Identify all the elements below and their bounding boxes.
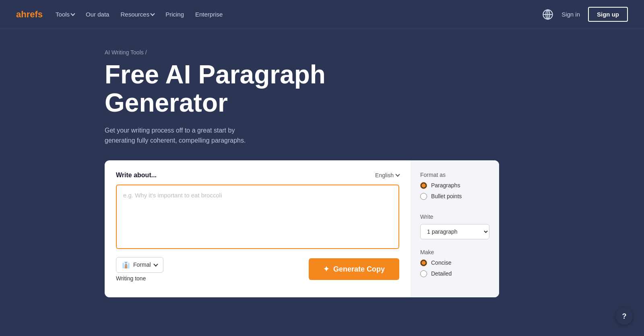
signin-link[interactable]: Sign in — [561, 11, 580, 18]
make-concise-label: Concise — [431, 259, 452, 266]
logo-accent: a — [16, 9, 21, 19]
tool-header: Write about... English — [116, 172, 399, 179]
nav-pricing[interactable]: Pricing — [165, 11, 184, 18]
tool-footer: 👔 Formal Writing tone ✦ Generate Copy — [116, 257, 399, 282]
make-group: Make Concise Detailed — [420, 249, 489, 281]
nav-links: Tools Our data Resources Pricing Enterpr… — [56, 11, 542, 18]
signup-button[interactable]: Sign up — [588, 7, 628, 22]
navbar: ahrefs Tools Our data Resources Pricing … — [0, 0, 644, 29]
write-about-label: Write about... — [116, 172, 157, 179]
hero-section: AI Writing Tools / Free AI Paragraph Gen… — [0, 29, 644, 313]
generate-label: Generate Copy — [333, 265, 385, 274]
tool-main: Write about... English 👔 Formal Writing … — [105, 160, 411, 297]
writing-tone-hint: Writing tone — [116, 275, 163, 282]
language-selector[interactable]: English — [375, 172, 399, 178]
nav-right: Sign in Sign up — [542, 7, 628, 22]
format-bullets-radio[interactable] — [420, 193, 427, 200]
page-title: Free AI Paragraph Generator — [105, 60, 386, 117]
format-paragraphs-radio[interactable] — [420, 182, 427, 189]
sparkle-icon: ✦ — [323, 265, 329, 274]
breadcrumb: AI Writing Tools / — [105, 49, 628, 56]
tone-label: Formal — [133, 261, 151, 268]
format-paragraphs[interactable]: Paragraphs — [420, 182, 489, 189]
format-group: Format as Paragraphs Bullet points — [420, 172, 489, 204]
nav-tools[interactable]: Tools — [56, 11, 74, 18]
generate-button[interactable]: ✦ Generate Copy — [309, 258, 399, 280]
format-paragraphs-label: Paragraphs — [431, 182, 460, 189]
tone-button[interactable]: 👔 Formal — [116, 257, 163, 273]
write-label: Write — [420, 214, 489, 220]
format-bullets-label: Bullet points — [431, 193, 462, 199]
tone-chevron-icon — [153, 262, 158, 266]
format-bullets[interactable]: Bullet points — [420, 193, 489, 200]
tool-card: Write about... English 👔 Formal Writing … — [105, 160, 499, 297]
make-concise-radio[interactable] — [420, 259, 427, 266]
logo[interactable]: ahrefs — [16, 9, 43, 20]
make-concise[interactable]: Concise — [420, 259, 489, 266]
topic-textarea[interactable] — [116, 185, 399, 249]
make-detailed-label: Detailed — [431, 270, 452, 277]
resources-chevron-icon — [150, 11, 155, 16]
language-value: English — [375, 172, 394, 178]
make-detailed-radio[interactable] — [420, 270, 427, 277]
paragraph-select[interactable]: 1 paragraph 2 paragraphs 3 paragraphs 4 … — [420, 224, 489, 239]
help-button[interactable]: ? — [616, 308, 633, 325]
logo-text: hrefs — [21, 9, 43, 19]
nav-enterprise[interactable]: Enterprise — [195, 11, 223, 18]
nav-our-data[interactable]: Our data — [86, 11, 109, 18]
hero-description: Get your writing process off to a great … — [105, 125, 266, 146]
format-label: Format as — [420, 172, 489, 178]
tool-sidebar: Format as Paragraphs Bullet points Write… — [411, 160, 499, 297]
tone-icon: 👔 — [122, 261, 130, 269]
make-detailed[interactable]: Detailed — [420, 270, 489, 277]
make-label: Make — [420, 249, 489, 255]
nav-resources[interactable]: Resources — [120, 11, 154, 18]
language-chevron-icon — [395, 172, 400, 177]
tools-chevron-icon — [70, 11, 75, 16]
write-group: Write 1 paragraph 2 paragraphs 3 paragra… — [420, 214, 489, 239]
globe-icon[interactable] — [542, 9, 553, 20]
tone-section: 👔 Formal Writing tone — [116, 257, 163, 282]
